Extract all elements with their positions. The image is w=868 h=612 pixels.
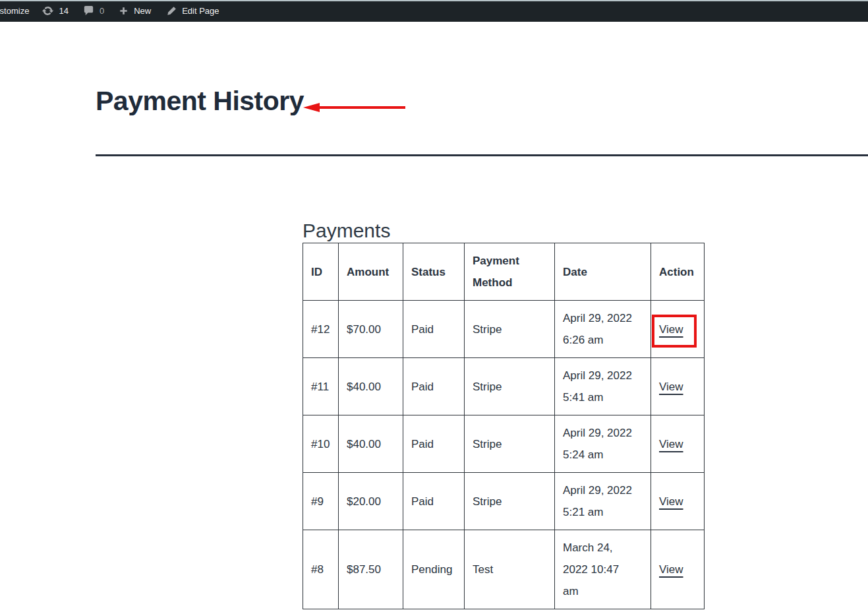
- view-link[interactable]: View: [659, 323, 683, 336]
- payment-status-cell: Pending: [403, 530, 465, 609]
- page-title: Payment History: [96, 86, 304, 116]
- payment-amount-cell: $70.00: [339, 301, 403, 358]
- column-header: Amount: [339, 243, 403, 301]
- table-row: #11 $40.00 Paid Stripe April 29, 2022 5:…: [303, 358, 705, 415]
- payment-amount-cell: $40.00: [339, 415, 403, 473]
- column-header: ID: [303, 243, 339, 301]
- payment-id-cell: #11: [303, 358, 339, 415]
- view-link[interactable]: View: [659, 438, 683, 450]
- comment-icon: [82, 5, 95, 17]
- new-label: New: [134, 6, 151, 16]
- payment-status-cell: Paid: [403, 301, 465, 358]
- column-header: Payment Method: [465, 243, 555, 301]
- payment-status-cell: Paid: [403, 473, 465, 530]
- admin-bar-customize[interactable]: Customize: [0, 6, 29, 16]
- payment-id-cell: #8: [303, 530, 339, 609]
- payment-method-cell: Stripe: [465, 473, 555, 530]
- updates-count: 14: [59, 6, 68, 16]
- payment-date-cell: March 24, 2022 10:47 am: [555, 530, 651, 609]
- customize-label: Customize: [0, 6, 29, 16]
- column-header: Status: [403, 243, 465, 301]
- payment-action-cell: View: [651, 473, 705, 530]
- table-row: #12 $70.00 Paid Stripe April 29, 2022 6:…: [303, 301, 705, 358]
- admin-bar-updates[interactable]: 14: [42, 5, 68, 17]
- payment-amount-cell: $20.00: [339, 473, 403, 530]
- table-row: #9 $20.00 Paid Stripe April 29, 2022 5:2…: [303, 473, 705, 530]
- window-top-edge: [0, 0, 868, 1]
- payments-table-body: #12 $70.00 Paid Stripe April 29, 2022 6:…: [303, 301, 705, 609]
- table-header-row: IDAmountStatusPayment MethodDateAction: [303, 243, 705, 301]
- column-header: Date: [555, 243, 651, 301]
- admin-bar-comments[interactable]: 0: [82, 5, 104, 17]
- payment-id-cell: #10: [303, 415, 339, 473]
- payment-method-cell: Test: [465, 530, 555, 609]
- column-header: Action: [651, 243, 705, 301]
- payment-method-cell: Stripe: [465, 415, 555, 473]
- plus-icon: [118, 5, 129, 16]
- payment-date-cell: April 29, 2022 5:41 am: [555, 358, 651, 415]
- payment-action-cell: View: [651, 301, 705, 358]
- payment-amount-cell: $40.00: [339, 358, 403, 415]
- annotation-arrow: [302, 99, 409, 116]
- edit-page-label: Edit Page: [182, 6, 219, 16]
- payment-date-cell: April 29, 2022 5:24 am: [555, 415, 651, 473]
- pencil-icon: [166, 5, 177, 16]
- payments-table: IDAmountStatusPayment MethodDateAction #…: [303, 243, 705, 609]
- payment-status-cell: Paid: [403, 415, 465, 473]
- payment-action-cell: View: [651, 415, 705, 473]
- admin-bar: Customize 14 0 New Edit Page: [0, 0, 868, 22]
- view-link[interactable]: View: [659, 381, 683, 393]
- payment-action-cell: View: [651, 358, 705, 415]
- comments-count: 0: [100, 6, 104, 16]
- payment-date-cell: April 29, 2022 6:26 am: [555, 301, 651, 358]
- payment-status-cell: Paid: [403, 358, 465, 415]
- payment-method-cell: Stripe: [465, 358, 555, 415]
- payment-id-cell: #9: [303, 473, 339, 530]
- update-icon: [42, 5, 54, 17]
- payment-amount-cell: $87.50: [339, 530, 403, 609]
- payment-date-cell: April 29, 2022 5:21 am: [555, 473, 651, 530]
- table-row: #8 $87.50 Pending Test March 24, 2022 10…: [303, 530, 705, 609]
- view-link[interactable]: View: [659, 563, 683, 576]
- table-row: #10 $40.00 Paid Stripe April 29, 2022 5:…: [303, 415, 705, 473]
- view-link[interactable]: View: [659, 495, 683, 508]
- payment-id-cell: #12: [303, 301, 339, 358]
- admin-bar-edit-page[interactable]: Edit Page: [166, 5, 219, 16]
- admin-bar-new[interactable]: New: [118, 5, 151, 16]
- payment-method-cell: Stripe: [465, 301, 555, 358]
- payment-action-cell: View: [651, 530, 705, 609]
- heading-divider: [96, 154, 868, 156]
- payments-section-title: Payments: [303, 219, 390, 243]
